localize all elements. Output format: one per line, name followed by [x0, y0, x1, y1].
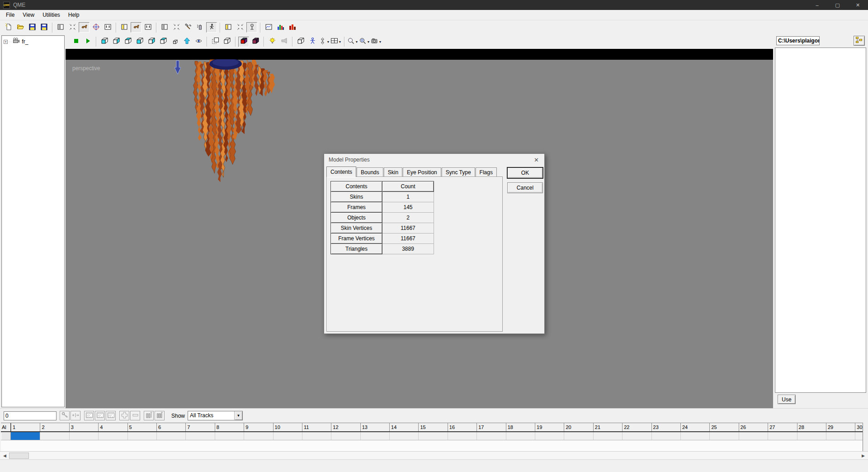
camera-button[interactable]: ▼ — [371, 37, 382, 47]
shrink-wrap-2-button[interactable] — [171, 22, 182, 33]
animation-tree[interactable]: +··fr_ — [1, 35, 65, 407]
view-right-button[interactable] — [158, 37, 169, 47]
tab-bounds[interactable]: Bounds — [357, 167, 383, 177]
menu-file[interactable]: File — [2, 10, 19, 19]
menu-help[interactable]: Help — [64, 10, 84, 19]
ruler-frame-14[interactable]: 14 — [389, 423, 418, 431]
skeleton-person-button[interactable] — [307, 37, 318, 47]
track-frame-24[interactable] — [680, 432, 709, 440]
track-frame-19[interactable] — [535, 432, 564, 440]
track-frame-28[interactable] — [797, 432, 826, 440]
track-frame-3[interactable] — [69, 432, 98, 440]
viewport-window-button[interactable] — [55, 22, 66, 33]
stop-button[interactable] — [71, 37, 81, 47]
track-corner[interactable] — [1, 432, 11, 440]
timeline-vertical-scrollbar[interactable] — [863, 423, 868, 451]
tracks-dropdown[interactable]: All Tracks ▼ — [188, 411, 243, 420]
track-frame-17[interactable] — [476, 432, 505, 440]
bounds-cube-button[interactable] — [295, 37, 306, 47]
ruler-frame-6[interactable]: 6 — [156, 423, 185, 431]
track-frame-21[interactable] — [593, 432, 622, 440]
close-button[interactable]: ✕ — [848, 0, 868, 10]
track-frame-11[interactable] — [302, 432, 331, 440]
track-frame-22[interactable] — [622, 432, 651, 440]
chart-window-button[interactable] — [263, 22, 274, 33]
ruler-frame-18[interactable]: 18 — [506, 423, 535, 431]
track-frame-13[interactable] — [360, 432, 389, 440]
tab-sync-type[interactable]: Sync Type — [442, 167, 475, 177]
track-frame-29[interactable] — [826, 432, 855, 440]
view-front-button[interactable] — [99, 37, 110, 47]
browse-tree-button[interactable] — [854, 36, 865, 46]
ruler-frame-17[interactable]: 17 — [476, 423, 505, 431]
ruler-frame-15[interactable]: 15 — [418, 423, 447, 431]
file-listbox[interactable] — [775, 48, 866, 393]
new-file-button[interactable] — [3, 22, 14, 33]
ruler-frame-27[interactable]: 27 — [768, 423, 797, 431]
ruler-frame-28[interactable]: 28 — [797, 423, 826, 431]
zoom-grid-button[interactable]: ▼ — [359, 37, 370, 47]
textured-view-button[interactable] — [238, 37, 249, 47]
ruler-frame-9[interactable]: 9 — [244, 423, 273, 431]
model-pose-button[interactable] — [79, 22, 90, 33]
path-input[interactable]: C:\Users\plaigon — [776, 36, 820, 45]
shrink-wrap-button[interactable] — [67, 22, 78, 33]
track-frame-23[interactable] — [651, 432, 680, 440]
ruler-frame-1[interactable]: 1 — [11, 423, 40, 431]
ruler-frame-19[interactable]: 19 — [535, 423, 564, 431]
frame-window-2-button[interactable] — [142, 22, 153, 33]
track-frame-25[interactable] — [709, 432, 738, 440]
view-back-button[interactable] — [111, 37, 122, 47]
ruler-frame-3[interactable]: 3 — [69, 423, 98, 431]
open-file-button[interactable] — [15, 22, 26, 33]
horizontal-scrollbar[interactable]: ◀ ▶ — [0, 451, 868, 459]
ruler-frame-29[interactable]: 29 — [826, 423, 855, 431]
ruler-frame-22[interactable]: 22 — [622, 423, 651, 431]
zoom-button[interactable]: ▼ — [347, 37, 358, 47]
track-frame-9[interactable] — [244, 432, 273, 440]
tools-button[interactable] — [183, 22, 193, 33]
viewport-window-3-button[interactable] — [159, 22, 170, 33]
view-top-button[interactable] — [123, 37, 133, 47]
ruler-frame-24[interactable]: 24 — [680, 423, 709, 431]
ruler-frame-26[interactable]: 26 — [739, 423, 768, 431]
tree-expander-icon[interactable]: + — [4, 40, 8, 44]
eye-view-button[interactable] — [193, 37, 204, 47]
menu-utilities[interactable]: Utilities — [38, 10, 64, 19]
track-frame-5[interactable] — [127, 432, 156, 440]
ruler-frame-30[interactable]: 30 — [855, 423, 863, 431]
tab-flags[interactable]: Flags — [476, 167, 497, 177]
ruler-frame-25[interactable]: 25 — [709, 423, 738, 431]
track-frame-27[interactable] — [768, 432, 797, 440]
view-small-cube-button[interactable] — [170, 37, 180, 47]
dialog-close-icon[interactable]: ✕ — [534, 157, 539, 163]
ruler-frame-16[interactable]: 16 — [448, 423, 476, 431]
pin-frame-button[interactable] — [246, 22, 257, 33]
tab-skin[interactable]: Skin — [384, 167, 402, 177]
skin-chart-button[interactable] — [287, 22, 297, 33]
minimize-button[interactable]: – — [807, 0, 827, 10]
track-frame-30[interactable] — [855, 432, 863, 440]
palette-chart-button[interactable] — [275, 22, 286, 33]
viewport-window-4-button[interactable] — [223, 22, 234, 33]
ruler-frame-12[interactable]: 12 — [331, 423, 360, 431]
track-frame-18[interactable] — [506, 432, 535, 440]
dropdown-arrow-icon[interactable]: ▼ — [234, 411, 242, 420]
scroll-right-icon[interactable]: ▶ — [860, 453, 867, 459]
track-frame-7[interactable] — [185, 432, 214, 440]
save-button[interactable] — [27, 22, 38, 33]
ok-button[interactable]: OK — [507, 167, 543, 178]
track-frame-20[interactable] — [564, 432, 593, 440]
tab-contents[interactable]: Contents — [326, 167, 356, 177]
use-button[interactable]: Use — [778, 395, 796, 404]
dialog-title-bar[interactable]: Model Properties ✕ — [324, 154, 544, 166]
timeline-track-row[interactable] — [1, 432, 863, 440]
maximize-button[interactable]: ▢ — [827, 0, 848, 10]
ruler-frame-5[interactable]: 5 — [127, 423, 156, 431]
track-frame-2[interactable] — [40, 432, 69, 440]
ruler-frame-2[interactable]: 2 — [40, 423, 69, 431]
menu-view[interactable]: View — [19, 10, 38, 19]
shrink-wrap-3-button[interactable] — [235, 22, 245, 33]
scrollbar-thumb[interactable] — [9, 453, 29, 459]
track-frame-1[interactable] — [11, 432, 40, 440]
